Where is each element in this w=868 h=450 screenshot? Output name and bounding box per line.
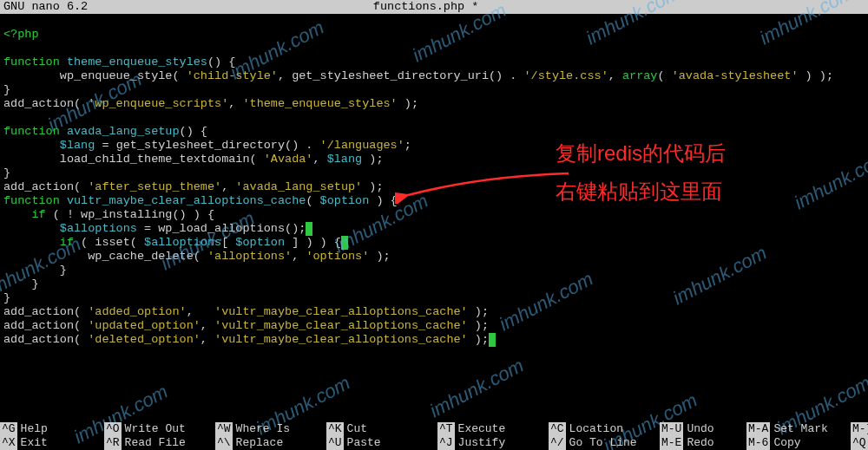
- code-line: }: [3, 264, 67, 277]
- hotkey-replace[interactable]: ^\Replace: [215, 436, 326, 450]
- code-line: add_action( 'after_setup_theme', 'avada_…: [3, 180, 384, 193]
- code-line: function avada_lang_setup() {: [3, 125, 207, 138]
- code-line: function vultr_maybe_clear_alloptions_ca…: [3, 194, 398, 207]
- titlebar: GNU nano 6.2 functions.php *: [0, 0, 868, 14]
- editor-area[interactable]: <?php function theme_enqueue_styles() { …: [0, 14, 868, 347]
- code-line: wp_cache_delete( 'alloptions', 'options'…: [3, 250, 391, 263]
- code-line: }: [3, 83, 10, 96]
- code-line: if ( isset( $alloptions[ $option ] ) ) {: [3, 236, 348, 249]
- hotkey-goto-line[interactable]: ^/Go To Line: [549, 436, 660, 450]
- hotkey-extra-1[interactable]: M-]: [851, 422, 868, 436]
- hotkey-set-mark[interactable]: M-ASet Mark: [746, 422, 851, 436]
- hotkey-where-is[interactable]: ^WWhere Is: [215, 422, 326, 436]
- annotation-text: 复制redis的代码后 右键粘贴到这里面: [556, 139, 726, 206]
- hotkey-exit[interactable]: ^XExit: [0, 436, 104, 450]
- code-line: $alloptions = wp_load_alloptions();: [3, 222, 312, 235]
- filename: functions.php *: [88, 0, 764, 14]
- code-line: }: [3, 291, 10, 304]
- code-line: add_action( 'updated_option', 'vultr_may…: [3, 319, 489, 332]
- hotkey-copy[interactable]: M-6Copy: [746, 436, 851, 450]
- hotkey-paste[interactable]: ^UPaste: [326, 436, 437, 450]
- code-line: <?php: [3, 28, 39, 41]
- code-line: wp_enqueue_style( 'child-style', get_sty…: [3, 69, 833, 82]
- hotkey-justify[interactable]: ^JJustify: [437, 436, 549, 450]
- hotkey-extra-2[interactable]: ^QW: [851, 436, 868, 450]
- code-line: }: [3, 166, 10, 179]
- code-line: add_action( 'deleted_option', 'vultr_may…: [3, 333, 496, 346]
- code-line: $lang = get_stylesheet_directory() . '/l…: [3, 139, 411, 152]
- hotkey-redo[interactable]: M-ERedo: [660, 436, 746, 450]
- code-line: }: [3, 277, 39, 290]
- annotation-line-1: 复制redis的代码后: [556, 139, 726, 168]
- annotation-line-2: 右键粘贴到这里面: [556, 177, 726, 206]
- hotkey-help[interactable]: ^GHelp: [0, 422, 104, 436]
- hotkey-read-file[interactable]: ^RRead File: [104, 436, 215, 450]
- hotkey-cut[interactable]: ^KCut: [326, 422, 437, 436]
- app-name: GNU nano 6.2: [0, 0, 88, 14]
- shortcut-bar: ^GHelp ^OWrite Out ^WWhere Is ^KCut ^TEx…: [0, 422, 868, 450]
- code-line: add_action( 'wp_enqueue_scripts', 'theme…: [3, 97, 418, 110]
- code-line: if ( ! wp_installing() ) {: [3, 208, 214, 221]
- hotkey-location[interactable]: ^CLocation: [549, 422, 660, 436]
- hotkey-write-out[interactable]: ^OWrite Out: [104, 422, 215, 436]
- code-line: add_action( 'added_option', 'vultr_maybe…: [3, 305, 489, 318]
- code-line: load_child_theme_textdomain( 'Avada', $l…: [3, 153, 384, 166]
- code-line: function theme_enqueue_styles() {: [3, 55, 235, 68]
- watermark: imhunk.com: [428, 358, 525, 419]
- hotkey-execute[interactable]: ^TExecute: [437, 422, 549, 436]
- hotkey-undo[interactable]: M-UUndo: [660, 422, 746, 436]
